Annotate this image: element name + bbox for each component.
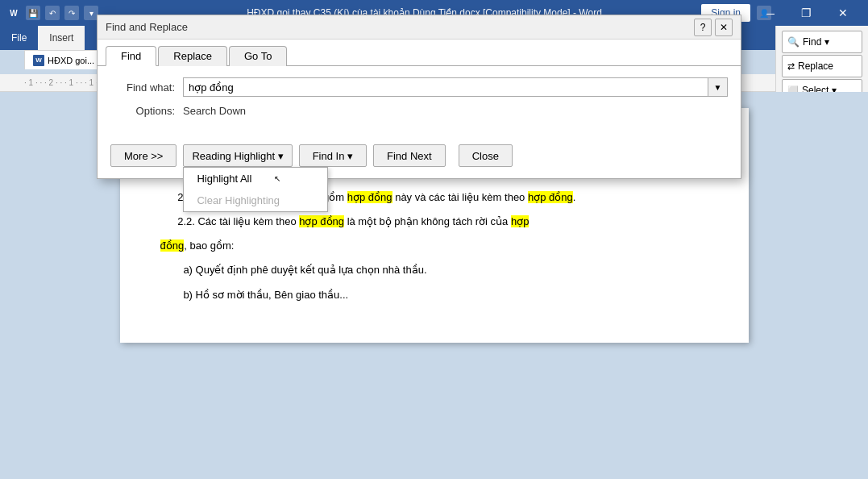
word-icon: W	[6, 6, 21, 20]
more-button[interactable]: More >>	[110, 144, 177, 167]
title-bar-icons: W 💾 ↶ ↷ ▾	[6, 6, 98, 20]
highlight-all-item[interactable]: Highlight All ↖	[184, 168, 327, 190]
dialog-title: Find and Replace	[106, 21, 188, 33]
clear-highlighting-item[interactable]: Clear Highlighting	[184, 190, 327, 211]
save-icon[interactable]: 💾	[26, 6, 40, 20]
options-value: Search Down	[183, 105, 246, 117]
doc-file-icon: W	[33, 55, 44, 66]
dialog-close-button[interactable]: ✕	[715, 19, 733, 36]
replace-button[interactable]: ⇄ Replace	[782, 55, 862, 77]
dialog-body: Find what: ▼ Options: Search Down	[98, 65, 741, 136]
para-5: a) Quyết định phê duyệt kết quả lựa chọn…	[160, 261, 708, 279]
tab-insert[interactable]: Insert	[38, 26, 85, 50]
restore-button[interactable]: ❐	[787, 0, 824, 26]
para-4: 2.2. Các tài liệu kèm theo hợp đồng là m…	[160, 213, 708, 231]
para-4b: đồng, bao gồm:	[160, 237, 708, 255]
undo-icon[interactable]: ↶	[45, 6, 60, 20]
dialog-titlebar: Find and Replace ? ✕	[98, 15, 741, 40]
redo-icon[interactable]: ↷	[64, 6, 79, 20]
find-next-button[interactable]: Find Next	[373, 144, 446, 167]
find-what-row: Find what: ▼	[110, 77, 728, 97]
options-label: Options:	[110, 105, 183, 117]
options-row: Options: Search Down	[110, 105, 728, 117]
find-what-dropdown[interactable]: ▼	[708, 77, 728, 97]
close-button[interactable]: ✕	[824, 0, 862, 26]
tab-replace[interactable]: Replace	[158, 46, 227, 66]
reading-highlight-dropdown: Highlight All ↖ Clear Highlighting	[183, 167, 328, 212]
close-dialog-button[interactable]: Close	[459, 144, 513, 167]
find-replace-dialog[interactable]: Find and Replace ? ✕ Find Replace Go To …	[97, 15, 741, 179]
cursor-icon: ↖	[274, 174, 280, 183]
para-6: b) Hồ sơ mời thầu, Bên giao thầu...	[160, 286, 708, 304]
reading-highlight-wrapper: Reading Highlight ▾ Highlight All ↖ Clea…	[183, 144, 292, 167]
dialog-footer: More >> Reading Highlight ▾ Highlight Al…	[98, 136, 741, 178]
tab-file[interactable]: File	[0, 26, 38, 50]
replace-icon: ⇄	[787, 61, 795, 72]
user-icon[interactable]: 👤	[757, 6, 771, 20]
find-what-input[interactable]	[183, 77, 708, 97]
tab-find[interactable]: Find	[106, 46, 156, 66]
find-button[interactable]: 🔍 Find ▾	[782, 31, 862, 53]
dialog-titlebar-buttons: ? ✕	[694, 19, 733, 36]
find-icon: 🔍	[787, 36, 799, 48]
reading-highlight-button[interactable]: Reading Highlight ▾	[183, 144, 292, 167]
find-what-label: Find what:	[110, 81, 183, 94]
dialog-help-button[interactable]: ?	[694, 19, 712, 36]
tab-goto[interactable]: Go To	[229, 46, 287, 66]
dialog-tabs: Find Replace Go To	[98, 40, 741, 66]
find-in-button[interactable]: Find In ▾	[299, 144, 367, 167]
